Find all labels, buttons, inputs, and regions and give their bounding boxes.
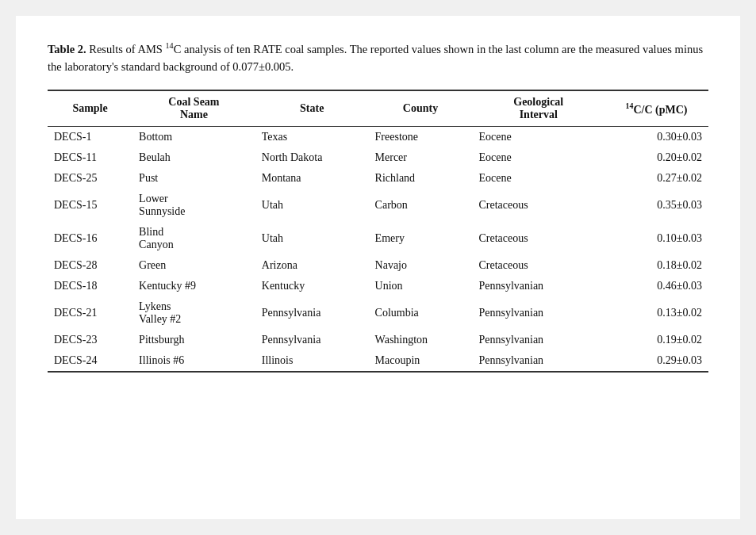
cell-geological: Cretaceous [472,255,604,276]
cell-sample: DECS-25 [48,168,132,189]
cell-county: Emery [369,222,473,255]
cell-county: Washington [369,330,473,350]
table-row: DECS-1BottomTexasFreestoneEocene0.30±0.0… [48,127,708,148]
table-row: DECS-24Illinois #6IllinoisMacoupinPennsy… [48,350,708,372]
cell-value: 0.18±0.02 [604,255,708,276]
cell-sample: DECS-28 [48,255,132,276]
cell-geological: Pennsylvanian [472,330,604,350]
cell-geological: Cretaceous [472,222,604,255]
cell-county: Columbia [369,296,473,330]
cell-county: Carbon [369,189,473,222]
cell-state: Arizona [255,255,369,276]
cell-sample: DECS-16 [48,222,132,255]
cell-coalseam: Green [132,255,255,276]
cell-county: Macoupin [369,350,473,372]
cell-value: 0.13±0.02 [604,296,708,330]
table-row: DECS-16BlindCanyonUtahEmeryCretaceous0.1… [48,222,708,255]
cell-coalseam: Bottom [132,127,255,148]
col-header-state: State [255,90,369,127]
cell-state: Pennsylvania [255,330,369,350]
cell-county: Mercer [369,147,473,168]
cell-sample: DECS-23 [48,330,132,350]
cell-sample: DECS-21 [48,296,132,330]
cell-state: Pennsylvania [255,296,369,330]
table-row: DECS-25PustMontanaRichlandEocene0.27±0.0… [48,168,708,189]
table-row: DECS-18Kentucky #9KentuckyUnionPennsylva… [48,276,708,296]
cell-value: 0.20±0.02 [604,147,708,168]
col-header-14c: 14C/C (pMC) [604,90,708,127]
cell-value: 0.29±0.03 [604,350,708,372]
cell-state: Utah [255,189,369,222]
cell-value: 0.35±0.03 [604,189,708,222]
table-caption: Table 2. Results of AMS 14C analysis of … [48,40,708,75]
cell-geological: Pennsylvanian [472,350,604,372]
cell-county: Union [369,276,473,296]
cell-sample: DECS-24 [48,350,132,372]
cell-state: Illinois [255,350,369,372]
cell-geological: Pennsylvanian [472,296,604,330]
cell-sample: DECS-15 [48,189,132,222]
cell-coalseam: Beulah [132,147,255,168]
data-table: Sample Coal SeamName State County Geolog… [48,90,708,373]
table-row: DECS-15LowerSunnysideUtahCarbonCretaceou… [48,189,708,222]
col-header-sample: Sample [48,90,132,127]
table-row: DECS-11BeulahNorth DakotaMercerEocene0.2… [48,147,708,168]
caption-element: C [174,43,182,55]
cell-county: Freestone [369,127,473,148]
caption-isotope: 14 [166,41,174,50]
cell-geological: Eocene [472,168,604,189]
cell-state: Texas [255,127,369,148]
cell-geological: Pennsylvanian [472,276,604,296]
cell-geological: Cretaceous [472,189,604,222]
cell-geological: Eocene [472,147,604,168]
col-header-coalseam: Coal SeamName [132,90,255,127]
cell-state: Utah [255,222,369,255]
cell-state: Montana [255,168,369,189]
caption-label: Table 2. [48,43,86,55]
table-row: DECS-21LykensValley #2PennsylvaniaColumb… [48,296,708,330]
cell-coalseam: Kentucky #9 [132,276,255,296]
cell-coalseam: BlindCanyon [132,222,255,255]
cell-geological: Eocene [472,127,604,148]
cell-coalseam: LowerSunnyside [132,189,255,222]
table-row: DECS-23PittsburghPennsylvaniaWashingtonP… [48,330,708,350]
cell-state: Kentucky [255,276,369,296]
cell-coalseam: Pittsburgh [132,330,255,350]
cell-value: 0.46±0.03 [604,276,708,296]
cell-coalseam: LykensValley #2 [132,296,255,330]
cell-coalseam: Illinois #6 [132,350,255,372]
cell-coalseam: Pust [132,168,255,189]
cell-state: North Dakota [255,147,369,168]
cell-value: 0.30±0.03 [604,127,708,148]
col-header-county: County [369,90,473,127]
cell-sample: DECS-1 [48,127,132,148]
cell-county: Navajo [369,255,473,276]
table-row: DECS-28GreenArizonaNavajoCretaceous0.18±… [48,255,708,276]
cell-value: 0.10±0.03 [604,222,708,255]
caption-text1: Results of AMS [86,43,166,55]
cell-value: 0.27±0.02 [604,168,708,189]
cell-county: Richland [369,168,473,189]
cell-value: 0.19±0.02 [604,330,708,350]
cell-sample: DECS-11 [48,147,132,168]
page: Table 2. Results of AMS 14C analysis of … [16,16,740,519]
col-header-geological: GeologicalInterval [472,90,604,127]
cell-sample: DECS-18 [48,276,132,296]
